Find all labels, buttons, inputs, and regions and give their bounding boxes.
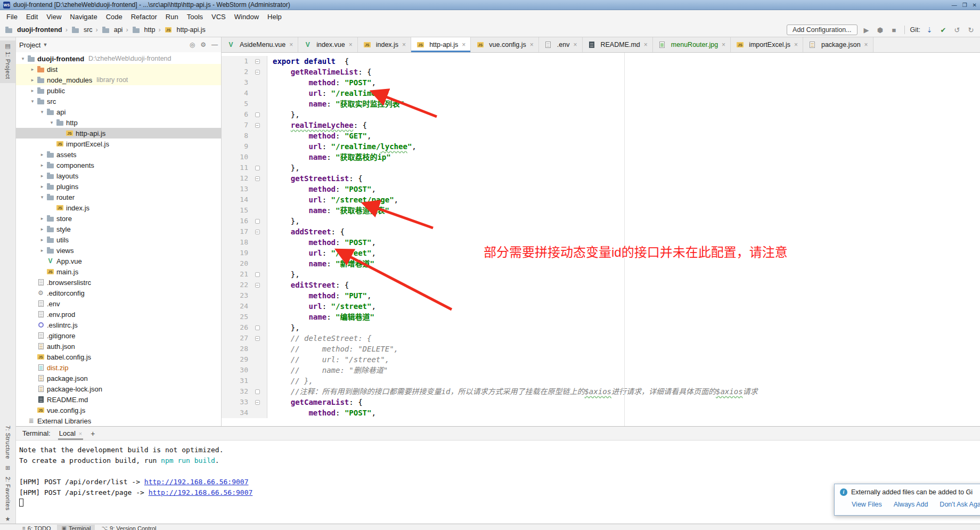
- code-editor[interactable]: 1−export default {2− getRealTimeList: {3…: [222, 53, 980, 426]
- history-icon[interactable]: ↻: [966, 26, 976, 34]
- tree-item[interactable]: JSvue.config.js: [16, 405, 221, 415]
- tree-item[interactable]: ▸dist: [16, 64, 221, 75]
- menu-run[interactable]: Run: [161, 11, 183, 22]
- tree-item[interactable]: ≣External Libraries: [16, 415, 221, 426]
- tab-close-icon[interactable]: ×: [402, 41, 406, 48]
- menu-edit[interactable]: Edit: [22, 11, 42, 22]
- tree-item[interactable]: ▸store: [16, 213, 221, 224]
- locate-file-icon[interactable]: ◎: [190, 41, 195, 48]
- tree-item[interactable]: .eslintrc.js: [16, 320, 221, 330]
- editor-tab[interactable]: Vindex.vue×: [298, 37, 358, 52]
- chevron-collapsed-icon[interactable]: ▸: [38, 162, 46, 168]
- fold-marker-icon[interactable]: −: [255, 176, 260, 181]
- tab-close-icon[interactable]: ×: [530, 41, 534, 48]
- tree-item[interactable]: ▾api: [16, 107, 221, 117]
- tree-item[interactable]: ▸components: [16, 160, 221, 170]
- notification-action-don-t-ask-agai[interactable]: Don't Ask Agai: [940, 501, 980, 508]
- chevron-collapsed-icon[interactable]: ▸: [38, 173, 46, 178]
- tree-item[interactable]: ▾src: [16, 96, 221, 107]
- menu-help[interactable]: Help: [263, 11, 286, 22]
- tree-item[interactable]: JShttp-api.js: [16, 128, 221, 138]
- fold-marker-icon[interactable]: −: [255, 70, 260, 75]
- project-view-selector[interactable]: Project ▼: [19, 41, 47, 49]
- tree-item[interactable]: ▸node_moduleslibrary root: [16, 75, 221, 85]
- chevron-expanded-icon[interactable]: ▾: [38, 109, 46, 115]
- add-configuration-button[interactable]: Add Configuration...: [787, 25, 858, 35]
- tab-close-icon[interactable]: ×: [462, 41, 466, 48]
- tree-item[interactable]: ▾http: [16, 117, 221, 128]
- title-bar[interactable]: WS duoji-frontend [D:\zheheWeb\duoji-fro…: [0, 0, 980, 10]
- vcs-revert-icon[interactable]: ↺: [952, 26, 962, 34]
- breadcrumb-item[interactable]: http: [132, 26, 156, 34]
- menu-view[interactable]: View: [42, 11, 66, 22]
- menu-vcs[interactable]: VCS: [207, 11, 230, 22]
- fold-marker-icon[interactable]: [255, 272, 260, 277]
- new-terminal-icon[interactable]: +: [91, 429, 95, 438]
- breadcrumb-item[interactable]: api: [101, 26, 123, 34]
- editor-tab[interactable]: JSindex.js×: [358, 37, 411, 52]
- fold-marker-icon[interactable]: −: [255, 400, 260, 405]
- tab-close-icon[interactable]: ×: [573, 41, 577, 48]
- terminal-link[interactable]: http://192.168.66.56:9007: [149, 488, 253, 496]
- chevron-collapsed-icon[interactable]: ▸: [38, 237, 46, 242]
- chevron-collapsed-icon[interactable]: ▸: [29, 77, 36, 83]
- tree-item[interactable]: JSindex.js: [16, 202, 221, 213]
- tool-button-favorites[interactable]: 2: Favorites: [5, 477, 11, 510]
- fold-marker-icon[interactable]: −: [255, 283, 260, 288]
- statusbar-terminal[interactable]: ▣Terminal: [57, 525, 95, 530]
- chevron-collapsed-icon[interactable]: ▸: [38, 226, 46, 232]
- tree-item[interactable]: ▸plugins: [16, 181, 221, 192]
- chevron-collapsed-icon[interactable]: ▸: [38, 152, 46, 157]
- tree-item[interactable]: .browserslistrc: [16, 277, 221, 288]
- chevron-collapsed-icon[interactable]: ▸: [38, 184, 46, 189]
- chevron-collapsed-icon[interactable]: ▸: [29, 67, 36, 72]
- editor-tab[interactable]: VAsideMenu.vue×: [222, 37, 298, 52]
- tree-item[interactable]: .env.prod: [16, 309, 221, 320]
- tree-item[interactable]: ⚙.editorconfig: [16, 288, 221, 298]
- chevron-collapsed-icon[interactable]: ▸: [38, 248, 46, 253]
- statusbar-9-version-control[interactable]: ⌥9: Version Control: [97, 525, 160, 530]
- tree-item[interactable]: JSmain.js: [16, 266, 221, 277]
- settings-gear-icon[interactable]: ⚙: [200, 41, 206, 48]
- menu-refactor[interactable]: Refactor: [127, 11, 161, 22]
- menu-navigate[interactable]: Navigate: [66, 11, 101, 22]
- fold-marker-icon[interactable]: [255, 166, 260, 170]
- tab-close-icon[interactable]: ×: [79, 430, 82, 437]
- fold-marker-icon[interactable]: [255, 389, 260, 394]
- tool-button-project[interactable]: ▤ 1: Project: [0, 40, 15, 83]
- tree-item[interactable]: README.md: [16, 394, 221, 405]
- tree-item[interactable]: ▸assets: [16, 149, 221, 160]
- chevron-expanded-icon[interactable]: ▾: [29, 99, 36, 104]
- tree-item[interactable]: ▸style: [16, 224, 221, 234]
- tab-close-icon[interactable]: ×: [289, 41, 293, 48]
- tab-close-icon[interactable]: ×: [644, 41, 648, 48]
- tree-item[interactable]: auth.json: [16, 341, 221, 352]
- fold-marker-icon[interactable]: −: [255, 336, 260, 341]
- fold-marker-icon[interactable]: [255, 219, 260, 224]
- notification-action-view-files[interactable]: View Files: [852, 501, 882, 508]
- fold-marker-icon[interactable]: −: [255, 230, 260, 234]
- tab-close-icon[interactable]: ×: [349, 41, 353, 48]
- chevron-expanded-icon[interactable]: ▾: [19, 56, 27, 61]
- fold-marker-icon[interactable]: [255, 112, 260, 117]
- tree-item[interactable]: JSimportExcel.js: [16, 138, 221, 149]
- tab-close-icon[interactable]: ×: [722, 41, 725, 48]
- stop-icon[interactable]: ■: [889, 26, 899, 34]
- tree-item[interactable]: dist.zip: [16, 362, 221, 373]
- chevron-collapsed-icon[interactable]: ▸: [29, 88, 36, 93]
- tree-item[interactable]: .gitignore: [16, 330, 221, 341]
- tree-item[interactable]: JSbabel.config.js: [16, 352, 221, 362]
- editor-tab[interactable]: JShttp-api.js×: [411, 37, 471, 52]
- breadcrumb-item[interactable]: duoji-frontend: [4, 26, 62, 34]
- editor-tab[interactable]: JSimportExcel.js×: [731, 37, 803, 52]
- tree-item[interactable]: ▾duoji-frontendD:\zheheWeb\duoji-fronten…: [16, 53, 221, 64]
- tree-item[interactable]: package.json: [16, 373, 221, 384]
- statusbar-6-todo[interactable]: ≡6: TODO: [18, 525, 55, 530]
- tree-item[interactable]: .env: [16, 298, 221, 309]
- run-icon[interactable]: ▶: [862, 26, 871, 34]
- tree-item[interactable]: VApp.vue: [16, 256, 221, 266]
- menu-window[interactable]: Window: [230, 11, 263, 22]
- editor-tab[interactable]: menuRouter.jpg×: [653, 37, 731, 52]
- chevron-expanded-icon[interactable]: ▾: [48, 120, 55, 125]
- tree-item[interactable]: ▸public: [16, 85, 221, 96]
